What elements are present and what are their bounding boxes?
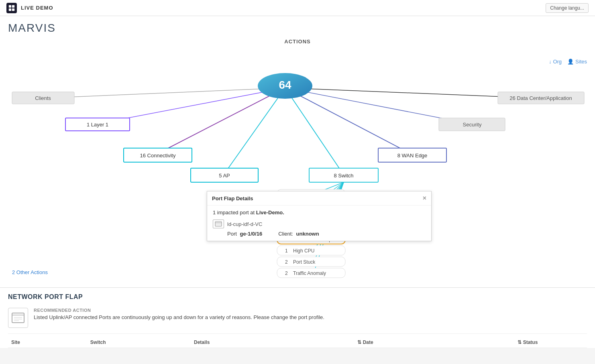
- svg-rect-2: [9, 8, 11, 10]
- section-title: NETWORK PORT FLAP: [8, 288, 587, 304]
- svg-text:8 WAN Edge: 8 WAN Edge: [397, 153, 428, 159]
- port-label: Port: [227, 231, 237, 237]
- tooltip-header: Port Flap Details ×: [207, 191, 431, 205]
- org-label: Org: [553, 59, 562, 65]
- col-site: Site: [8, 337, 87, 348]
- cell-site: Live-Demo: [8, 348, 87, 348]
- client-label: Client:: [278, 231, 293, 237]
- port-flap-tooltip: Port Flap Details × 1 impacted port at L…: [207, 191, 432, 241]
- tooltip-port-info: Port ge-1/0/16 Client: unknown: [213, 231, 426, 237]
- svg-line-5: [285, 88, 534, 98]
- svg-text:1: 1: [285, 248, 288, 254]
- cell-status: Open ▾: [514, 348, 587, 348]
- topbar: LIVE DEMO Change langu...: [0, 0, 595, 16]
- tooltip-title: Port Flap Details: [212, 195, 253, 201]
- client-info: Client: unknown: [278, 231, 319, 237]
- device-icon: [213, 220, 224, 228]
- sites-label: Sites: [575, 59, 587, 65]
- svg-text:High CPU: High CPU: [293, 248, 314, 254]
- svg-text:2: 2: [285, 270, 288, 276]
- svg-text:64: 64: [279, 79, 291, 91]
- col-details: Details: [191, 337, 354, 348]
- svg-text:1 Layer 1: 1 Layer 1: [87, 122, 108, 128]
- svg-text:Clients: Clients: [35, 95, 51, 101]
- col-switch: Switch: [87, 337, 191, 348]
- marvis-header: MARVIS: [0, 16, 595, 35]
- svg-text:26 Data Center/Application: 26 Data Center/Application: [509, 95, 572, 101]
- svg-line-11: [285, 88, 343, 174]
- col-status: ⇅ Status: [514, 337, 587, 348]
- col-date: ⇅ Date: [354, 337, 514, 348]
- svg-rect-3: [12, 8, 14, 10]
- actions-diagram: 64 Clients 26 Data Center/Application 1 …: [0, 48, 595, 281]
- rec-text-block: RECOMMENDED ACTION Listed Uplink/AP conn…: [34, 308, 324, 320]
- cell-details: Port ge-1/0/16 View More: [191, 348, 354, 348]
- rec-desc: Listed Uplink/AP connected Ports are con…: [34, 314, 324, 320]
- svg-line-10: [224, 88, 285, 174]
- sites-icon: 👤: [567, 59, 574, 65]
- actions-title: ACTIONS: [0, 39, 595, 45]
- svg-line-8: [157, 88, 285, 154]
- port-value: ge-1/0/16: [240, 231, 262, 237]
- tooltip-close-button[interactable]: ×: [423, 195, 426, 202]
- table-row: Live-Demo ld-cup-idf-d-VC Port ge-1/0/16…: [8, 348, 587, 348]
- data-table: Site Switch Details ⇅ Date ⇅ Status Live…: [8, 337, 587, 348]
- rec-label: RECOMMENDED ACTION: [34, 308, 324, 313]
- svg-line-4: [48, 88, 285, 98]
- svg-rect-0: [9, 5, 11, 7]
- org-button[interactable]: ↓ Org: [549, 59, 562, 65]
- svg-line-9: [285, 88, 412, 154]
- tooltip-device: ld-cup-idf-d-VC: [213, 220, 426, 228]
- change-language-button[interactable]: Change langu...: [546, 3, 589, 13]
- svg-rect-1: [12, 5, 14, 7]
- svg-text:8 Switch: 8 Switch: [334, 173, 353, 179]
- device-name: ld-cup-idf-d-VC: [227, 221, 262, 227]
- recommended-action: RECOMMENDED ACTION Listed Uplink/AP conn…: [8, 304, 587, 334]
- rec-icon: [8, 308, 28, 328]
- svg-text:Traffic Anomaly: Traffic Anomaly: [293, 270, 326, 276]
- port-info: Port ge-1/0/16: [227, 231, 262, 237]
- tooltip-body: 1 impacted port at Live-Demo. ld-cup-idf…: [207, 205, 431, 241]
- app-title: LIVE DEMO: [21, 5, 53, 11]
- svg-text:Port Stuck: Port Stuck: [293, 259, 316, 265]
- org-sites-controls: ↓ Org 👤 Sites: [549, 59, 587, 65]
- marvis-title: MARVIS: [8, 22, 587, 35]
- tooltip-impact: 1 impacted port at Live-Demo.: [213, 209, 426, 216]
- cell-date: Oct 10, 2024 6:39:06 AM: [354, 348, 514, 348]
- actions-area: ↓ Org 👤 Sites ACTIONS: [0, 35, 595, 287]
- cell-switch: ld-cup-idf-d-VC: [87, 348, 191, 348]
- client-value: unknown: [296, 231, 319, 237]
- svg-rect-67: [12, 313, 24, 323]
- sites-button[interactable]: 👤 Sites: [567, 59, 587, 65]
- org-icon: ↓: [549, 59, 552, 65]
- bottom-section: NETWORK PORT FLAP RECOMMENDED ACTION Lis…: [0, 287, 595, 348]
- other-actions-link[interactable]: 2 Other Actions: [12, 269, 48, 275]
- svg-text:5 AP: 5 AP: [219, 173, 230, 179]
- svg-text:2: 2: [285, 259, 288, 265]
- svg-text:16 Connectivity: 16 Connectivity: [140, 153, 176, 159]
- svg-text:Security: Security: [463, 122, 482, 128]
- app-logo: [6, 3, 17, 13]
